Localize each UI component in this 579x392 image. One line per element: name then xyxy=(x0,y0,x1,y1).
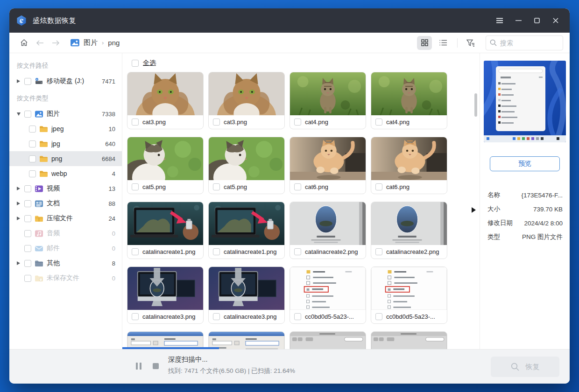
file-card[interactable]: cat5.png xyxy=(208,137,285,194)
pause-scan-button[interactable] xyxy=(134,362,143,370)
menu-icon[interactable] xyxy=(490,8,509,33)
file-name: catalinacreate1.png xyxy=(142,248,198,255)
search-box[interactable] xyxy=(486,35,563,50)
grid-view-button[interactable] xyxy=(417,36,432,50)
sidebar-item-other[interactable]: 其他 8 xyxy=(9,256,122,271)
file-checkbox[interactable] xyxy=(213,119,220,126)
item-checkbox[interactable] xyxy=(29,170,36,177)
expander-icon[interactable] xyxy=(17,217,22,220)
minimize-button[interactable] xyxy=(509,8,528,33)
preview-button[interactable]: 预览 xyxy=(490,156,560,171)
item-checkbox[interactable] xyxy=(24,215,31,222)
stop-scan-button[interactable] xyxy=(151,362,160,370)
sidebar-item-images[interactable]: 图片 7338 xyxy=(9,106,122,121)
file-card[interactable]: cat4.png xyxy=(290,72,366,129)
file-thumbnail xyxy=(209,72,284,115)
file-card[interactable]: catalinacreate2.png xyxy=(371,202,447,259)
select-all-checkbox[interactable] xyxy=(132,60,139,67)
panel-collapse-arrow[interactable] xyxy=(472,206,478,214)
file-card[interactable]: cat6.png xyxy=(371,137,447,194)
file-name: cat3.png xyxy=(224,119,279,126)
item-checkbox[interactable] xyxy=(24,200,31,207)
expander-icon[interactable] xyxy=(17,202,22,205)
file-card[interactable]: cc0bd0d5-5a23-... xyxy=(290,266,366,324)
file-checkbox[interactable] xyxy=(132,183,139,190)
sidebar-item-videos[interactable]: 视频 13 xyxy=(9,181,122,196)
file-thumbnail xyxy=(290,202,366,245)
file-card[interactable]: catalinacreate3.png xyxy=(127,266,204,324)
file-card[interactable]: catalinacreate3.png xyxy=(208,266,285,324)
file-checkbox[interactable] xyxy=(132,119,139,126)
file-card[interactable]: cat4.png xyxy=(371,72,447,129)
file-checkbox[interactable] xyxy=(213,248,220,255)
file-card[interactable]: catalinacreate1.png xyxy=(127,202,204,259)
item-checkbox[interactable] xyxy=(24,111,31,118)
file-checkbox[interactable] xyxy=(132,313,139,320)
file-card[interactable]: cat3.png xyxy=(127,72,204,129)
app-title: 盛炫数据恢复 xyxy=(33,16,76,25)
file-checkbox[interactable] xyxy=(375,119,382,126)
breadcrumb-root[interactable]: 图片 xyxy=(84,38,98,47)
file-card[interactable]: cat3.png xyxy=(208,72,285,129)
sidebar-item-png[interactable]: png 6684 xyxy=(9,151,122,166)
expander-icon[interactable] xyxy=(17,261,22,265)
file-card[interactable]: catalinacreate1.png xyxy=(208,202,285,259)
item-checkbox[interactable] xyxy=(24,78,31,85)
sidebar-item-documents[interactable]: 文档 88 xyxy=(9,196,122,211)
sidebar-item-archives[interactable]: 压缩文件 24 xyxy=(9,211,122,226)
filter-button[interactable] xyxy=(463,36,478,50)
file-card[interactable] xyxy=(127,331,204,349)
grid-scrollbar[interactable] xyxy=(474,93,477,117)
file-name: catalinacreate1.png xyxy=(224,248,279,255)
file-checkbox[interactable] xyxy=(294,248,301,255)
item-checkbox[interactable] xyxy=(24,245,31,252)
file-thumbnail xyxy=(127,332,203,349)
expander-icon[interactable] xyxy=(17,112,22,116)
mail-icon xyxy=(35,245,43,252)
search-input[interactable] xyxy=(500,39,551,47)
item-checkbox[interactable] xyxy=(29,140,36,147)
sidebar-item-removable-drive[interactable]: 移动硬盘 (J:) 7471 xyxy=(9,74,122,89)
item-checkbox[interactable] xyxy=(24,185,31,192)
file-grid: cat3.png cat3.png cat4.png cat4.png xyxy=(127,72,480,349)
file-card[interactable]: cat5.png xyxy=(127,137,204,194)
file-checkbox[interactable] xyxy=(294,119,301,126)
item-checkbox[interactable] xyxy=(29,126,36,133)
sidebar-item-audio[interactable]: 音频 0 xyxy=(9,226,122,241)
sidebar-item-jpg[interactable]: jpg 640 xyxy=(9,136,122,151)
file-card[interactable] xyxy=(208,331,285,349)
file-checkbox[interactable] xyxy=(375,248,382,255)
file-name: cat6.png xyxy=(305,183,360,190)
home-button[interactable] xyxy=(18,36,30,50)
list-view-button[interactable] xyxy=(436,36,451,50)
file-checkbox[interactable] xyxy=(213,313,220,320)
file-checkbox[interactable] xyxy=(375,183,382,190)
file-checkbox[interactable] xyxy=(294,183,301,190)
file-card[interactable]: cat6.png xyxy=(290,137,366,194)
recover-button[interactable]: 恢复 xyxy=(491,357,559,377)
sidebar-item-mail[interactable]: 邮件 0 xyxy=(9,241,122,256)
sidebar-item-unsaved[interactable]: 未保存文件 0 xyxy=(9,271,122,286)
expander-icon[interactable] xyxy=(17,187,22,190)
item-checkbox[interactable] xyxy=(29,155,36,162)
sidebar-item-webp[interactable]: webp 4 xyxy=(9,166,122,181)
file-card[interactable] xyxy=(290,331,366,349)
sidebar-item-jpeg[interactable]: jpeg 10 xyxy=(9,121,122,136)
file-card[interactable]: cc0bd0d5-5a23-... xyxy=(371,266,447,324)
forward-button[interactable] xyxy=(49,36,62,50)
file-card[interactable] xyxy=(371,331,447,349)
expander-icon[interactable] xyxy=(17,79,22,83)
image-icon xyxy=(35,110,43,118)
item-checkbox[interactable] xyxy=(24,275,31,282)
item-checkbox[interactable] xyxy=(24,260,31,267)
item-checkbox[interactable] xyxy=(24,230,31,237)
select-all-label[interactable]: 全选 xyxy=(143,59,156,67)
file-checkbox[interactable] xyxy=(132,248,139,255)
file-checkbox[interactable] xyxy=(213,183,220,190)
file-checkbox[interactable] xyxy=(294,313,301,320)
file-card[interactable]: catalinacreate2.png xyxy=(290,202,366,259)
file-checkbox[interactable] xyxy=(375,313,382,320)
back-button[interactable] xyxy=(34,36,46,50)
maximize-button[interactable] xyxy=(528,8,546,33)
close-button[interactable] xyxy=(546,8,565,33)
